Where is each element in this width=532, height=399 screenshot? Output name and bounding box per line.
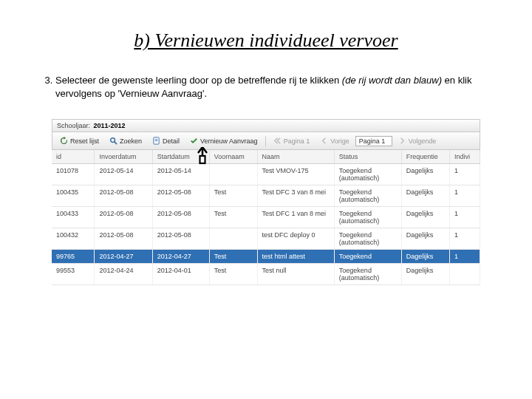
table-row[interactable]: 1004352012-05-082012-05-08TestTest DFC 3… [52, 185, 480, 207]
col-freq[interactable]: Frequentie [401, 150, 449, 164]
col-voornaam[interactable]: Voornaam [209, 150, 257, 164]
cell-status: Toegekend (automatisch) [334, 207, 401, 228]
cell-status: Toegekend (automatisch) [334, 164, 401, 185]
instruction-step: Selecteer de gewenste leerling door op d… [55, 74, 495, 100]
cell-freq: Dagelijks [401, 228, 449, 250]
cell-status: Toegekend (automatisch) [334, 264, 401, 285]
cell-status: Toegekend [334, 250, 401, 264]
cell-indiv: 1 [450, 207, 480, 228]
cell-start: 2012-05-08 [152, 185, 209, 207]
table-row[interactable]: 1010782012-05-142012-05-14Test VMOV-175T… [52, 164, 480, 185]
cell-voorn: Test [209, 250, 257, 264]
vernieuw-label: Vernieuw Aanvraag [200, 137, 258, 145]
table-row[interactable]: 997652012-04-272012-04-27Testtest html a… [52, 250, 480, 264]
table-body: 1010782012-05-142012-05-14Test VMOV-175T… [52, 164, 480, 285]
screenshot-panel: Schooljaar: 2011-2012 Reset lijst Zoeken… [52, 119, 480, 285]
chevron-left-icon [320, 137, 328, 145]
volgende-button[interactable]: Volgende [394, 134, 441, 147]
col-start[interactable]: Startdatum [152, 150, 209, 164]
cell-voorn: Test [209, 264, 257, 285]
vorige-button[interactable]: Vorige [316, 134, 354, 147]
cell-freq: Dagelijks [401, 164, 449, 185]
cell-invoer: 2012-05-08 [95, 185, 152, 207]
cell-freq: Dagelijks [401, 207, 449, 228]
col-status[interactable]: Status [334, 150, 401, 164]
col-invoer[interactable]: Invoerdatum [95, 150, 152, 164]
cell-indiv: 1 [450, 164, 480, 185]
cell-start: 2012-05-08 [152, 207, 209, 228]
table-header-row: id Invoerdatum Startdatum Voornaam Naam … [52, 150, 480, 164]
cell-freq: Dagelijks [401, 250, 449, 264]
cell-id: 100433 [52, 207, 95, 228]
cell-start: 2012-04-27 [152, 250, 209, 264]
cell-id: 101078 [52, 164, 95, 185]
zoeken-label: Zoeken [120, 137, 142, 145]
cell-start: 2012-05-14 [152, 164, 209, 185]
search-icon [109, 137, 117, 145]
cell-voorn [209, 164, 257, 185]
pagina-first-button[interactable]: Pagina 1 [269, 134, 315, 147]
chevrons-left-icon [273, 137, 282, 145]
vernieuw-aanvraag-button[interactable]: Vernieuw Aanvraag [185, 134, 262, 147]
pagina-first-label: Pagina 1 [284, 137, 310, 145]
toolbar: Reset lijst Zoeken Detail Vernieuw Aanvr… [52, 132, 480, 150]
volgende-label: Volgende [409, 137, 437, 145]
cell-invoer: 2012-04-27 [95, 250, 152, 264]
cell-invoer: 2012-05-14 [95, 164, 152, 185]
cell-invoer: 2012-05-08 [95, 207, 152, 228]
cell-indiv: 1 [450, 185, 480, 207]
cell-voorn: Test [209, 185, 257, 207]
cell-naam: test html attest [257, 250, 334, 264]
cell-id: 100435 [52, 185, 95, 207]
cell-indiv: 1 [450, 250, 480, 264]
col-id[interactable]: id [52, 150, 95, 164]
reset-label: Reset lijst [70, 137, 99, 145]
page-title: b) Vernieuwen individueel vervoer [37, 30, 495, 52]
cell-invoer: 2012-05-08 [95, 228, 152, 250]
table-row[interactable]: 995532012-04-242012-04-01TestTest nullTo… [52, 264, 480, 285]
schooljaar-bar: Schooljaar: 2011-2012 [52, 119, 480, 132]
reset-button[interactable]: Reset lijst [55, 134, 103, 147]
schooljaar-label: Schooljaar: [57, 122, 90, 129]
cell-naam: Test null [257, 264, 334, 285]
cell-indiv: 1 [450, 228, 480, 250]
cell-naam: Test DFC 1 van 8 mei [257, 207, 334, 228]
table-row[interactable]: 1004332012-05-082012-05-08TestTest DFC 1… [52, 207, 480, 228]
check-icon [190, 137, 198, 145]
cell-id: 100432 [52, 228, 95, 250]
cell-start: 2012-04-01 [152, 264, 209, 285]
pagina-input[interactable]: Pagina 1 [355, 136, 392, 146]
cell-freq: Dagelijks [401, 264, 449, 285]
col-indiv[interactable]: Indivi [450, 150, 480, 164]
results-table: id Invoerdatum Startdatum Voornaam Naam … [52, 150, 480, 285]
table-row[interactable]: 1004322012-05-082012-05-08test DFC deplo… [52, 228, 480, 250]
chevron-right-icon [398, 137, 406, 145]
col-naam[interactable]: Naam [257, 150, 334, 164]
cell-indiv [450, 264, 480, 285]
instruction-italic: (de rij wordt dan blauw) [342, 75, 442, 86]
detail-button[interactable]: Detail [148, 134, 184, 147]
cell-voorn: Test [209, 207, 257, 228]
cell-naam: Test VMOV-175 [257, 164, 334, 185]
instruction-prefix: Selecteer de gewenste leerling door op d… [55, 75, 342, 86]
cell-start: 2012-05-08 [152, 228, 209, 250]
cell-voorn [209, 228, 257, 250]
refresh-icon [60, 137, 68, 145]
detail-label: Detail [163, 137, 180, 145]
cell-id: 99553 [52, 264, 95, 285]
vorige-label: Vorige [330, 137, 349, 145]
toolbar-separator [265, 136, 266, 146]
cell-naam: test DFC deploy 0 [257, 228, 334, 250]
cell-status: Toegekend (automatisch) [334, 228, 401, 250]
cell-status: Toegekend (automatisch) [334, 185, 401, 207]
svg-point-0 [111, 138, 115, 143]
cell-id: 99765 [52, 250, 95, 264]
cell-invoer: 2012-04-24 [95, 264, 152, 285]
zoeken-button[interactable]: Zoeken [105, 134, 146, 147]
page-icon [152, 137, 160, 145]
svg-line-1 [115, 142, 117, 144]
cell-freq: Dagelijks [401, 185, 449, 207]
schooljaar-value: 2011-2012 [94, 122, 126, 129]
cell-naam: Test DFC 3 van 8 mei [257, 185, 334, 207]
